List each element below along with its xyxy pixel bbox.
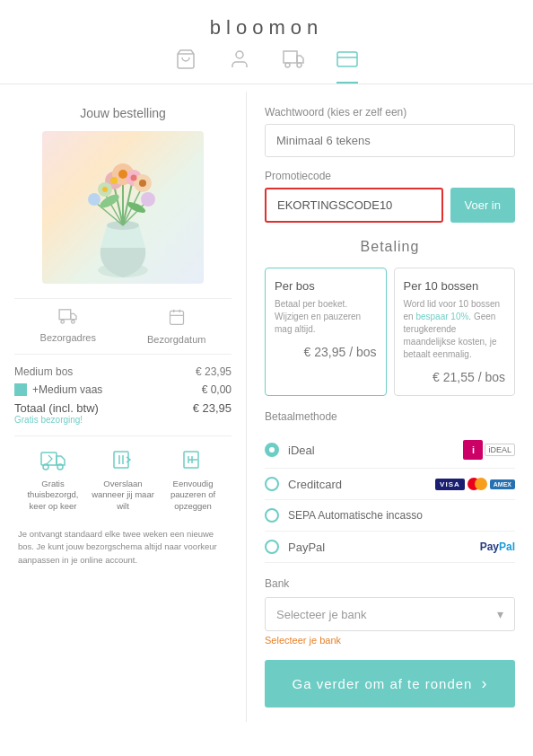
svg-point-26 — [131, 175, 137, 181]
svg-point-25 — [118, 170, 127, 179]
feature-pause-icon — [162, 449, 224, 475]
radio-ideal — [265, 443, 279, 457]
radio-sepa — [265, 508, 279, 523]
total-label: Totaal (incl. btw) — [14, 401, 99, 415]
mc-right — [475, 478, 487, 490]
svg-point-22 — [141, 192, 155, 207]
pricing-title-10: Per 10 bossen — [404, 279, 506, 293]
total-row: Totaal (incl. btw) € 23,95 — [14, 401, 232, 415]
calendar-icon — [147, 308, 205, 330]
pm-creditcard-name: Creditcard — [288, 478, 342, 491]
delivery-date[interactable]: Bezorgdatum — [147, 308, 205, 345]
amex-logo: AMEX — [490, 479, 515, 489]
feature-delivery-text: Gratis thuisbezorgd, keer op keer — [22, 479, 84, 512]
left-panel: Jouw bestelling — [0, 92, 247, 722]
vaas-checkbox[interactable] — [14, 383, 27, 396]
flower-image — [42, 131, 204, 284]
order-title: Jouw bestelling — [14, 106, 232, 120]
pricing-price-10: € 21,55 / bos — [404, 370, 506, 384]
pm-sepa-name: SEPA Automatische incasso — [288, 509, 423, 522]
payment-method-paypal[interactable]: PayPal PayPal — [265, 532, 515, 563]
feature-delivery-icon — [22, 449, 84, 475]
nav-basket-icon[interactable] — [175, 48, 197, 84]
chevron-down-icon: ▾ — [497, 607, 503, 621]
pm-paypal-name: PayPal — [288, 541, 325, 554]
nav-person-icon[interactable] — [229, 48, 250, 84]
delivery-address[interactable]: Bezorgadres — [40, 308, 96, 345]
bank-label: Bank — [265, 577, 515, 590]
feature-skip: Overslaan wanneer jij maar wilt — [92, 449, 154, 512]
nav-truck-icon[interactable] — [283, 48, 304, 84]
pm-paypal-left: PayPal — [265, 540, 325, 554]
svg-rect-6 — [337, 52, 357, 66]
nav-card-icon[interactable] — [336, 48, 358, 84]
pricing-cards: Per bos Betaal per boeket. Wijzigen en p… — [265, 268, 515, 396]
order-line-bos: Medium bos € 23,95 — [14, 365, 232, 378]
ideal-icon: i — [463, 440, 483, 460]
svg-point-28 — [139, 180, 146, 187]
promo-input[interactable] — [265, 188, 443, 223]
svg-rect-42 — [114, 452, 128, 468]
total-price: € 23,95 — [193, 401, 232, 415]
bank-placeholder: Selecteer je bank — [276, 608, 366, 621]
bank-select[interactable]: Selecteer je bank ▾ — [265, 597, 515, 631]
ideal-text: iDEAL — [485, 444, 515, 456]
password-label: Wachtwoord (kies er zelf een) — [265, 106, 515, 119]
delivery-row: Bezorgadres Bezorgdatum — [14, 298, 232, 355]
pricing-card-per-bos[interactable]: Per bos Betaal per boeket. Wijzigen en p… — [265, 268, 387, 396]
right-panel: Wachtwoord (kies er zelf een) Promotieco… — [247, 92, 533, 722]
pm-sepa-left: SEPA Automatische incasso — [265, 508, 423, 523]
promo-row: Voer in — [265, 188, 515, 223]
bank-error: Selecteer je bank — [265, 635, 515, 646]
svg-point-5 — [297, 63, 301, 67]
payment-method-ideal[interactable]: iDeal i iDEAL — [265, 432, 515, 469]
feature-delivery: Gratis thuisbezorgd, keer op keer — [22, 449, 84, 512]
order-lines: Medium bos € 23,95 +Medium vaas € 0,00 T… — [14, 365, 232, 425]
item-price-vaas: € 0,00 — [202, 383, 232, 396]
svg-rect-39 — [41, 453, 57, 465]
radio-paypal — [265, 540, 279, 554]
svg-point-24 — [110, 177, 118, 184]
gratis-label: Gratis bezorging! — [14, 415, 232, 425]
svg-rect-35 — [170, 311, 183, 324]
payment-method-sepa[interactable]: SEPA Automatische incasso — [265, 500, 515, 532]
card-logos: VISA AMEX — [435, 478, 515, 490]
item-name-bos: Medium bos — [14, 365, 73, 378]
main-content: Jouw bestelling — [0, 92, 533, 722]
feature-skip-icon — [92, 449, 154, 475]
ideal-logo: i iDEAL — [463, 440, 515, 460]
header: bloomon — [0, 0, 533, 92]
bank-section: Bank Selecteer je bank ▾ Selecteer je ba… — [265, 577, 515, 646]
item-name-vaas: +Medium vaas — [32, 383, 102, 396]
paypal-pal: Pal — [499, 541, 515, 553]
item-price-bos: € 23,95 — [196, 365, 232, 378]
svg-point-34 — [71, 321, 74, 324]
feature-pause: Eenvoudig pauzeren of opzeggen — [162, 449, 224, 512]
pricing-desc-10: Word lid voor 10 bossen en bespaar 10%. … — [404, 298, 506, 361]
cta-button-label: Ga verder om af te ronden — [293, 676, 473, 691]
promo-button[interactable]: Voer in — [450, 188, 515, 223]
promo-label: Promotiecode — [265, 170, 515, 182]
payment-section-title: Betaling — [265, 239, 515, 255]
cta-button[interactable]: Ga verder om af te ronden › — [265, 660, 515, 708]
svg-marker-32 — [70, 313, 75, 319]
paypal-pay: Pay — [480, 541, 499, 553]
cta-arrow-icon: › — [481, 674, 487, 693]
betaalmethode-label: Betaalmethode — [265, 410, 515, 423]
svg-point-1 — [236, 51, 243, 58]
order-line-vaas: +Medium vaas € 0,00 — [14, 383, 232, 396]
payment-method-creditcard[interactable]: Creditcard VISA AMEX — [265, 469, 515, 500]
pricing-card-per-10[interactable]: Per 10 bossen Word lid voor 10 bossen en… — [394, 268, 516, 396]
radio-creditcard — [265, 477, 279, 491]
mastercard-logo — [467, 478, 487, 490]
pricing-desc-bos: Betaal per boeket. Wijzigen en pauzeren … — [275, 298, 377, 336]
paypal-logo: PayPal — [480, 541, 515, 553]
pm-creditcard-left: Creditcard — [265, 477, 342, 491]
pm-ideal-name: iDeal — [288, 444, 315, 457]
password-input[interactable] — [265, 124, 515, 157]
svg-rect-2 — [284, 51, 297, 63]
logo: bloomon — [0, 16, 533, 40]
svg-marker-3 — [297, 56, 303, 63]
svg-point-4 — [285, 63, 290, 67]
pricing-price-bos: € 23,95 / bos — [275, 345, 377, 359]
